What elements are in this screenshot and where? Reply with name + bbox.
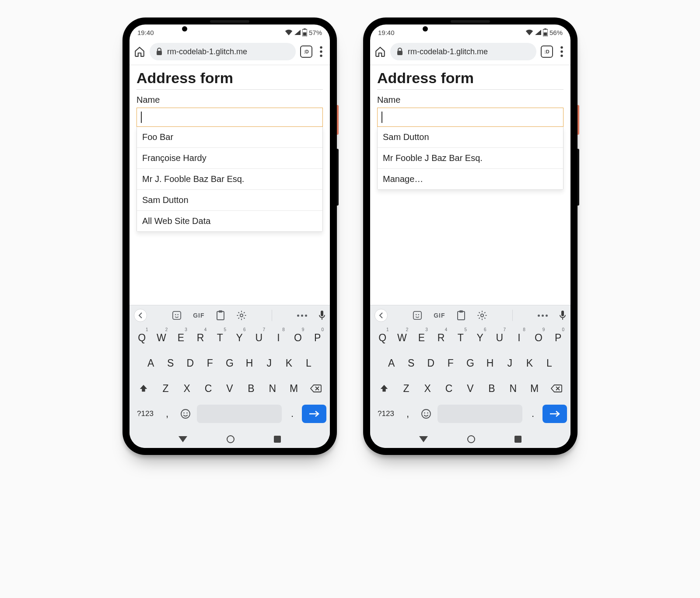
key-o[interactable]: O9 (288, 326, 308, 349)
key-h[interactable]: H (240, 352, 259, 374)
key-c[interactable]: C (438, 377, 460, 400)
gear-icon[interactable] (477, 310, 487, 321)
key-f[interactable]: F (441, 352, 460, 374)
autofill-suggestion[interactable]: Mr J. Fooble Baz Bar Esq. (137, 168, 322, 189)
clipboard-icon[interactable] (457, 310, 466, 321)
key-p[interactable]: P0 (548, 326, 568, 349)
key-l[interactable]: L (299, 352, 318, 374)
period-key[interactable]: . (524, 402, 542, 425)
key-g[interactable]: G (460, 352, 480, 374)
shift-key[interactable] (373, 377, 396, 400)
nav-recent-icon[interactable] (514, 436, 522, 443)
autofill-suggestion[interactable]: Françoise Hardy (137, 147, 322, 168)
key-b[interactable]: B (240, 377, 262, 400)
emoji-key[interactable] (416, 402, 436, 425)
clipboard-icon[interactable] (216, 310, 225, 321)
home-icon[interactable] (134, 46, 145, 57)
key-h[interactable]: H (480, 352, 500, 374)
kebab-menu-icon[interactable] (557, 46, 566, 57)
key-f[interactable]: F (200, 352, 220, 374)
nav-home-icon[interactable] (227, 435, 234, 443)
key-c[interactable]: C (198, 377, 219, 400)
enter-key[interactable] (302, 405, 326, 423)
autofill-suggestion[interactable]: Foo Bar (137, 127, 322, 147)
key-t[interactable]: T5 (210, 326, 230, 349)
key-v[interactable]: V (219, 377, 241, 400)
key-q[interactable]: Q1 (373, 326, 392, 349)
tabs-button[interactable]: :D (541, 45, 553, 58)
home-icon[interactable] (374, 46, 386, 57)
key-t[interactable]: T5 (451, 326, 470, 349)
key-k[interactable]: K (520, 352, 539, 374)
key-a[interactable]: A (141, 352, 161, 374)
sticker-icon[interactable] (413, 311, 422, 320)
key-s[interactable]: S (161, 352, 180, 374)
enter-key[interactable] (542, 405, 567, 423)
key-z[interactable]: Z (155, 377, 176, 400)
autofill-suggestion[interactable]: All Web Site Data (137, 210, 322, 231)
nav-recent-icon[interactable] (274, 436, 281, 443)
gif-button[interactable]: GIF (193, 312, 204, 319)
gear-icon[interactable] (236, 310, 247, 321)
key-l[interactable]: L (539, 352, 559, 374)
spacebar-key[interactable] (197, 405, 282, 423)
key-m[interactable]: M (283, 377, 304, 400)
key-y[interactable]: Y6 (230, 326, 249, 349)
key-x[interactable]: X (417, 377, 438, 400)
name-input[interactable] (136, 108, 323, 127)
comma-key[interactable]: , (399, 402, 416, 425)
key-d[interactable]: D (421, 352, 441, 374)
key-u[interactable]: U7 (490, 326, 510, 349)
autofill-suggestion[interactable]: Sam Dutton (137, 189, 322, 210)
key-w[interactable]: W2 (152, 326, 172, 349)
nav-back-icon[interactable] (419, 436, 428, 442)
backspace-key[interactable] (304, 377, 327, 400)
key-b[interactable]: B (481, 377, 502, 400)
key-v[interactable]: V (460, 377, 481, 400)
collapse-keyboard-button[interactable] (134, 309, 147, 322)
key-e[interactable]: E3 (171, 326, 191, 349)
key-n[interactable]: N (502, 377, 524, 400)
key-i[interactable]: I8 (509, 326, 529, 349)
key-m[interactable]: M (524, 377, 545, 400)
name-input[interactable] (377, 108, 564, 127)
url-bar[interactable]: rm-codelab-1.glitch.me (150, 43, 296, 60)
key-n[interactable]: N (262, 377, 283, 400)
nav-home-icon[interactable] (467, 435, 475, 443)
symbols-key[interactable]: ?123 (373, 402, 399, 425)
backspace-key[interactable] (545, 377, 568, 400)
kebab-menu-icon[interactable] (317, 46, 326, 57)
microphone-icon[interactable] (318, 310, 326, 321)
more-icon[interactable] (297, 315, 307, 317)
shift-key[interactable] (132, 377, 155, 400)
tabs-button[interactable]: :D (300, 45, 312, 58)
autofill-suggestion[interactable]: Mr Fooble J Baz Bar Esq. (378, 147, 563, 168)
sticker-icon[interactable] (172, 311, 182, 320)
symbols-key[interactable]: ?123 (132, 402, 158, 425)
autofill-suggestion[interactable]: Sam Dutton (378, 127, 563, 147)
autofill-manage[interactable]: Manage… (378, 168, 563, 189)
key-u[interactable]: U7 (249, 326, 269, 349)
period-key[interactable]: . (284, 402, 301, 425)
key-y[interactable]: Y6 (470, 326, 490, 349)
key-s[interactable]: S (401, 352, 421, 374)
key-j[interactable]: J (259, 352, 279, 374)
comma-key[interactable]: , (158, 402, 176, 425)
spacebar-key[interactable] (438, 405, 522, 423)
key-w[interactable]: W2 (392, 326, 412, 349)
key-q[interactable]: Q1 (132, 326, 152, 349)
collapse-keyboard-button[interactable] (374, 309, 388, 322)
key-r[interactable]: R4 (431, 326, 451, 349)
key-a[interactable]: A (382, 352, 401, 374)
key-r[interactable]: R4 (191, 326, 210, 349)
key-z[interactable]: Z (396, 377, 417, 400)
key-d[interactable]: D (180, 352, 200, 374)
key-k[interactable]: K (279, 352, 299, 374)
emoji-key[interactable] (176, 402, 195, 425)
key-e[interactable]: E3 (412, 326, 431, 349)
key-o[interactable]: O9 (529, 326, 549, 349)
key-j[interactable]: J (500, 352, 520, 374)
gif-button[interactable]: GIF (434, 312, 445, 319)
key-g[interactable]: G (220, 352, 239, 374)
nav-back-icon[interactable] (178, 436, 187, 442)
